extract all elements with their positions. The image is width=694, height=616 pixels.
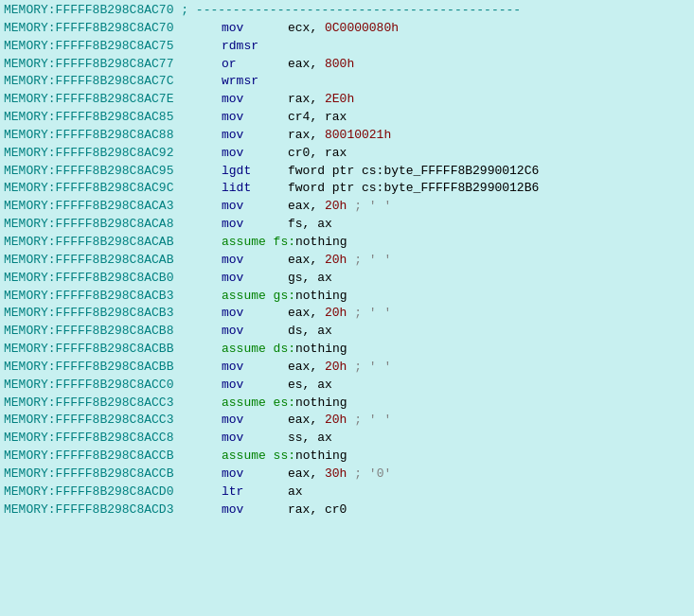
operands: fs, ax [288, 216, 332, 234]
hex-value: 2E0h [325, 92, 354, 106]
line-addr: MEMORY:FFFFF8B298C8AC70 [4, 20, 222, 38]
line-addr: MEMORY:FFFFF8B298C8ACD3 [4, 502, 222, 519]
disasm-line: MEMORY:FFFFF8B298C8AC77 or eax, 800h [4, 56, 690, 74]
line-addr: MEMORY:FFFFF8B298C8ACB8 [4, 323, 222, 341]
mnemonic: mov [222, 20, 288, 38]
line-addr: MEMORY:FFFFF8B298C8AC85 [4, 109, 222, 127]
operands: eax, 20h ; ' ' [288, 305, 391, 323]
mnemonic: mov [222, 109, 288, 127]
operands: fword ptr cs:byte_FFFFF8B2990012B6 [288, 180, 539, 198]
disasm-line: MEMORY:FFFFF8B298C8ACB0 mov gs, ax [4, 270, 690, 288]
operands: rax, cr0 [288, 502, 347, 519]
line-addr: MEMORY:FFFFF8B298C8AC7E [4, 91, 222, 109]
mnemonic: mov [222, 252, 288, 270]
disasm-line: MEMORY:FFFFF8B298C8ACBB mov eax, 20h ; '… [4, 359, 690, 377]
mnemonic: mov [222, 198, 288, 216]
assume-keyword: assume ds: [222, 341, 295, 359]
operands: eax, 20h ; ' ' [288, 252, 391, 270]
line-addr: MEMORY:FFFFF8B298C8ACCB [4, 466, 222, 484]
operands: ax [288, 484, 303, 502]
line-addr: MEMORY:FFFFF8B298C8AC95 [4, 163, 222, 181]
mnemonic: lgdt [222, 163, 288, 181]
separator-content: ; --------------------------------------… [173, 2, 521, 20]
mnemonic: mov [222, 502, 288, 519]
assume-value: nothing [295, 234, 347, 252]
operands: cr0, rax [288, 145, 347, 163]
disasm-line: MEMORY:FFFFF8B298C8ACA8 mov fs, ax [4, 216, 690, 234]
operands: ds, ax [288, 323, 332, 341]
comment: ; '0' [347, 466, 391, 481]
mnemonic: mov [222, 359, 288, 377]
line-addr: MEMORY:FFFFF8B298C8ACAB [4, 234, 222, 252]
disasm-line: MEMORY:FFFFF8B298C8ACC0 mov es, ax [4, 377, 690, 395]
operands: eax, 20h ; ' ' [288, 359, 391, 377]
assume-value: nothing [295, 448, 347, 466]
mnemonic: mov [222, 270, 288, 288]
assume-keyword: assume ss: [222, 448, 295, 466]
disasm-line: MEMORY:FFFFF8B298C8ACBB assume ds:nothin… [4, 341, 690, 359]
line-addr: MEMORY:FFFFF8B298C8AC75 [4, 38, 222, 56]
disasm-line: MEMORY:FFFFF8B298C8AC92 mov cr0, rax [4, 145, 690, 163]
disasm-line: MEMORY:FFFFF8B298C8ACD0 ltr ax [4, 484, 690, 502]
disasm-line: MEMORY:FFFFF8B298C8ACD3 mov rax, cr0 [4, 502, 690, 519]
mnemonic: mov [222, 412, 288, 430]
line-addr: MEMORY:FFFFF8B298C8ACC8 [4, 430, 222, 448]
disasm-line: MEMORY:FFFFF8B298C8ACB3 assume gs:nothin… [4, 288, 690, 306]
line-addr: MEMORY:FFFFF8B298C8ACBB [4, 341, 222, 359]
disasm-line: MEMORY:FFFFF8B298C8ACC3 mov eax, 20h ; '… [4, 412, 690, 430]
comment: ; ' ' [347, 413, 391, 427]
assume-value: nothing [295, 395, 347, 413]
disasm-line: MEMORY:FFFFF8B298C8ACAB assume fs:nothin… [4, 234, 690, 252]
hex-value: 20h [325, 199, 347, 213]
mnemonic: mov [222, 145, 288, 163]
operands: eax, 800h [288, 56, 354, 74]
operands: ss, ax [288, 430, 332, 448]
comment: ; ' ' [347, 360, 391, 374]
disasm-line: MEMORY:FFFFF8B298C8ACCB assume ss:nothin… [4, 448, 690, 466]
disasm-line: MEMORY:FFFFF8B298C8AC95 lgdt fword ptr c… [4, 163, 690, 181]
disasm-line: MEMORY:FFFFF8B298C8AC70 mov ecx, 0C00000… [4, 20, 690, 38]
disasm-line: MEMORY:FFFFF8B298C8ACC8 mov ss, ax [4, 430, 690, 448]
mnemonic: lidt [222, 180, 288, 198]
disasm-line: MEMORY:FFFFF8B298C8ACCB mov eax, 30h ; '… [4, 466, 690, 484]
line-addr: MEMORY:FFFFF8B298C8ACB0 [4, 270, 222, 288]
mnemonic: wrmsr [222, 73, 288, 91]
line-addr: MEMORY:FFFFF8B298C8ACBB [4, 359, 222, 377]
line-addr: MEMORY:FFFFF8B298C8ACB3 [4, 305, 222, 323]
line-addr: MEMORY:FFFFF8B298C8AC70 [4, 2, 173, 20]
hex-value: 80010021h [325, 128, 391, 142]
operands: fword ptr cs:byte_FFFFF8B2990012C6 [288, 163, 539, 181]
disasm-line: MEMORY:FFFFF8B298C8AC85 mov cr4, rax [4, 109, 690, 127]
line-addr: MEMORY:FFFFF8B298C8ACB3 [4, 288, 222, 306]
line-addr: MEMORY:FFFFF8B298C8ACC3 [4, 395, 222, 413]
line-addr: MEMORY:FFFFF8B298C8ACC3 [4, 412, 222, 430]
operands: ecx, 0C0000080h [288, 20, 399, 38]
disassembly-view: MEMORY:FFFFF8B298C8AC70 ; --------------… [0, 0, 694, 616]
comment: ; ' ' [347, 253, 391, 267]
hex-value: 20h [325, 413, 347, 427]
operands: rax, 80010021h [288, 127, 391, 145]
disasm-line: MEMORY:FFFFF8B298C8ACC3 assume es:nothin… [4, 395, 690, 413]
disasm-line: MEMORY:FFFFF8B298C8AC7E mov rax, 2E0h [4, 91, 690, 109]
mnemonic: rdmsr [222, 38, 288, 56]
operands: rax, 2E0h [288, 91, 354, 109]
mnemonic: ltr [222, 484, 288, 502]
operands: es, ax [288, 377, 332, 395]
hex-value: 800h [325, 57, 354, 71]
mnemonic: mov [222, 323, 288, 341]
assume-value: nothing [295, 341, 347, 359]
disasm-line: MEMORY:FFFFF8B298C8ACAB mov eax, 20h ; '… [4, 252, 690, 270]
comment: ; ' ' [347, 199, 391, 213]
disasm-line: MEMORY:FFFFF8B298C8AC75 rdmsr [4, 38, 690, 56]
assume-value: nothing [295, 288, 347, 306]
hex-value: 20h [325, 253, 347, 267]
line-addr: MEMORY:FFFFF8B298C8AC88 [4, 127, 222, 145]
mnemonic: or [222, 56, 288, 74]
disasm-line: MEMORY:FFFFF8B298C8AC70 ; --------------… [4, 2, 690, 20]
comment: ; ' ' [347, 306, 391, 320]
line-addr: MEMORY:FFFFF8B298C8AC92 [4, 145, 222, 163]
mnemonic: mov [222, 430, 288, 448]
mnemonic: mov [222, 91, 288, 109]
line-addr: MEMORY:FFFFF8B298C8AC77 [4, 56, 222, 74]
line-addr: MEMORY:FFFFF8B298C8ACAB [4, 252, 222, 270]
